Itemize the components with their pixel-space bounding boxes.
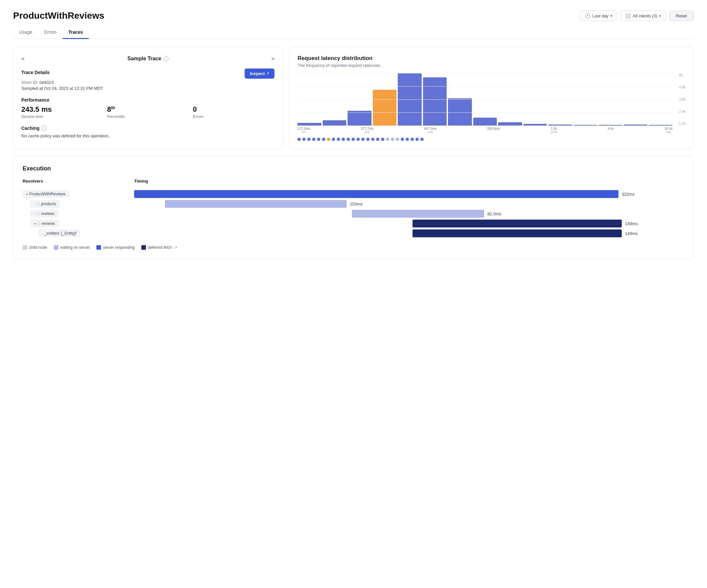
dot-18[interactable]: [401, 138, 404, 141]
dot-8[interactable]: [337, 138, 340, 141]
bar-12: [574, 125, 598, 126]
time-filter-button[interactable]: 🕐 Last day ▾: [580, 10, 617, 21]
errors-metric: 0 Errors: [193, 105, 274, 119]
errors-value: 0: [193, 105, 274, 114]
legend-label-responding: server responding: [103, 245, 134, 250]
tab-traces[interactable]: Traces: [63, 26, 89, 39]
reset-button[interactable]: Reset: [669, 11, 694, 21]
table-row: › ⬡ reviews 82.0ms: [23, 210, 684, 218]
dot-22[interactable]: [420, 138, 424, 141]
legend-server-responding: server responding: [96, 245, 134, 250]
tab-usage[interactable]: Usage: [13, 26, 38, 39]
table-row: ▾ ⬡ reviews 149ms: [23, 219, 684, 228]
dot-light-2[interactable]: [391, 138, 394, 141]
resolver-chip-reviews-2[interactable]: ▾ ⬡ reviews: [31, 220, 59, 227]
dot-1[interactable]: [297, 138, 301, 141]
timing-bar-wrap-entities: 149ms: [134, 230, 684, 237]
dot-6[interactable]: [322, 138, 325, 141]
resolver-chip-reviews-1[interactable]: › ⬡ reviews: [31, 210, 58, 217]
dot-14[interactable]: [366, 138, 370, 141]
bar-6: [423, 77, 447, 126]
x-label-p50: 277.7msp50: [361, 127, 373, 134]
prev-trace-button[interactable]: «: [21, 55, 25, 62]
dot-3[interactable]: [307, 138, 310, 141]
bar-10: [524, 124, 547, 126]
dot-9[interactable]: [342, 138, 345, 141]
caching-info-icon[interactable]: i: [41, 126, 46, 131]
dot-2[interactable]: [302, 138, 306, 141]
x-label-min: 172.5msmin: [297, 127, 310, 134]
dot-7[interactable]: [332, 138, 335, 141]
legend-label-waiting: waiting on server: [60, 245, 90, 250]
timing-bar-reviews-2: [412, 219, 622, 228]
chevron-right-icon-products: ›: [34, 202, 35, 206]
clients-filter-button[interactable]: ⬜ All clients (3) ▾: [620, 10, 666, 21]
latency-title: Request latency distribution: [297, 55, 686, 62]
caching-text: No cache policy was defined for this ope…: [21, 133, 274, 138]
resolver-chip-root[interactable]: ▾ ProductWithReviews: [23, 191, 69, 198]
trace-details-section: Trace Details Inspect ↗ Short ID: 0e8323…: [21, 69, 274, 91]
page-header: ProductWithReviews 🕐 Last day ▾ ⬜ All cl…: [13, 10, 694, 21]
chevron-right-icon-reviews-1: ›: [34, 212, 35, 216]
timing-bar-entities: [412, 230, 622, 237]
short-id-value: 0e8323: [39, 80, 54, 85]
legend-waiting-server: waiting on server: [54, 245, 90, 250]
dot-orange[interactable]: [327, 138, 330, 141]
bar-9: [498, 122, 522, 126]
legend-child-node: child node: [23, 245, 47, 250]
dot-20[interactable]: [410, 138, 414, 141]
caching-label: Caching i: [21, 126, 274, 131]
resolver-root-label: ProductWithReviews: [29, 192, 66, 196]
bar-3: [347, 111, 372, 126]
timing-label-products: 103ms: [350, 202, 363, 206]
dot-15[interactable]: [371, 138, 374, 141]
resolver-name-reviews-1: › ⬡ reviews: [23, 210, 134, 217]
bar-13: [599, 125, 622, 126]
legend-deferred-fetch: deferred fetch ↗: [141, 245, 177, 250]
timing-bar-wrap-reviews-2: 149ms: [134, 219, 684, 228]
timing-bar-wrap-reviews-1: 82.0ms: [134, 210, 684, 218]
inspect-button[interactable]: Inspect ↗: [245, 69, 275, 79]
dot-16[interactable]: [376, 138, 379, 141]
x-axis-labels: 172.5msmin 277.7msp50 447.3msp99 958.8ms…: [297, 127, 686, 134]
legend-swatch-deferred: [141, 245, 146, 250]
sample-trace-info-icon[interactable]: i: [163, 56, 169, 61]
resolver-name-entities: › _entities: [_Entity]!: [23, 230, 134, 237]
dot-21[interactable]: [415, 138, 419, 141]
bar-5: [398, 73, 422, 126]
bar-chart-bars: [297, 73, 686, 126]
dot-5[interactable]: [317, 138, 321, 141]
dot-10[interactable]: [347, 138, 350, 141]
dot-19[interactable]: [406, 138, 409, 141]
x-label-p99: 447.3msp99: [424, 127, 436, 134]
bar-2: [323, 120, 347, 126]
legend-label-deferred: deferred fetch: [148, 245, 172, 250]
dot-light-3[interactable]: [396, 138, 399, 141]
bar-8: [473, 118, 497, 126]
tab-errors[interactable]: Errors: [38, 26, 62, 39]
legend-swatch-responding: [96, 245, 101, 250]
sample-trace-card: « Sample Trace i » Trace Details Inspect…: [13, 47, 283, 149]
resolver-chip-entities[interactable]: › _entities: [_Entity]!: [38, 230, 80, 237]
dot-13[interactable]: [361, 138, 365, 141]
time-filter-label: Last day: [592, 13, 608, 19]
external-link-icon-legend[interactable]: ↗: [174, 245, 177, 250]
dot-11[interactable]: [351, 138, 355, 141]
latency-chart: 6k 4.8k 3.6k 2.4k 1.2k: [297, 73, 686, 134]
sample-trace-header: « Sample Trace i »: [21, 55, 274, 62]
resolver-chip-products[interactable]: › ⬡ products: [31, 200, 60, 207]
timing-label-reviews-1: 82.0ms: [487, 211, 501, 216]
legend-label-child: child node: [29, 245, 47, 250]
legend-swatch-child: [23, 245, 27, 250]
dot-17[interactable]: [381, 138, 384, 141]
chart-legend: child node waiting on server server resp…: [23, 245, 684, 250]
external-link-icon: ↗: [266, 71, 269, 76]
dot-4[interactable]: [312, 138, 315, 141]
trace-details-row: Trace Details Inspect ↗: [21, 69, 274, 79]
next-trace-button[interactable]: »: [271, 55, 274, 62]
resolver-name-reviews-2: ▾ ⬡ reviews: [23, 220, 134, 227]
dot-12[interactable]: [357, 138, 360, 141]
top-row: « Sample Trace i » Trace Details Inspect…: [13, 47, 694, 149]
entity-icon-products: ⬡: [36, 202, 40, 206]
dot-light-1[interactable]: [386, 138, 389, 141]
